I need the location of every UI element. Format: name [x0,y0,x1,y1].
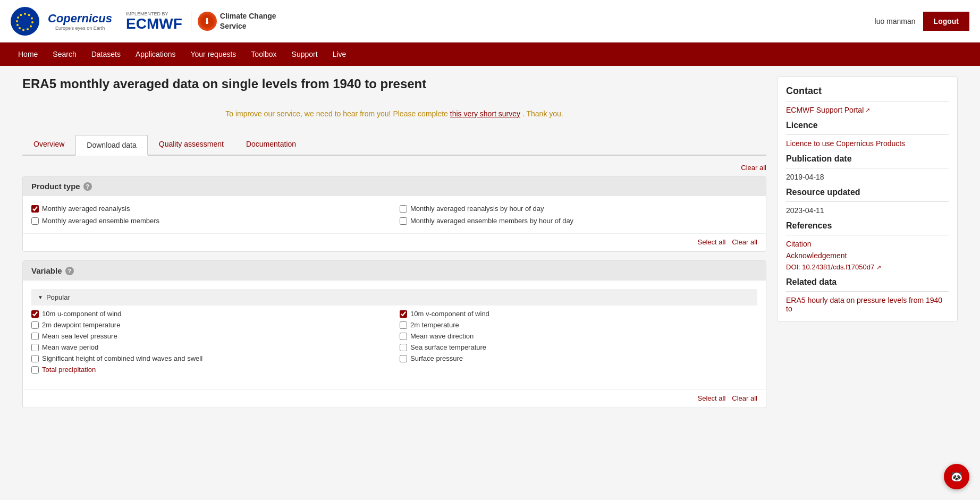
checkbox-2m-dewpoint-input[interactable] [31,321,39,329]
product-type-select-all[interactable]: Select all [698,238,726,246]
licence-title: Licence [786,121,949,130]
checkbox-mean-wave-dir-input[interactable] [400,333,407,340]
nav-search[interactable]: Search [45,44,83,65]
nav-support[interactable]: Support [284,44,325,65]
checkbox-total-precip[interactable]: Total precipitation [31,366,389,374]
main-content: ERA5 monthly averaged data on single lev… [22,77,766,417]
checkbox-10m-v-wind[interactable]: 10m v-component of wind [400,310,757,318]
popular-arrow-icon: ▼ [38,294,43,300]
external-link-icon: ↗ [865,107,870,114]
nav-live[interactable]: Live [325,44,354,65]
logos-container: Copernicus Europe's eyes on Earth IMPLEM… [11,7,276,36]
checkbox-mean-sea-level[interactable]: Mean sea level pressure [31,332,389,340]
tab-overview[interactable]: Overview [22,134,75,155]
publication-date-value: 2019-04-18 [786,173,949,181]
tab-quality-assessment[interactable]: Quality assessment [148,134,235,155]
popular-label: Popular [46,293,70,301]
doi-link[interactable]: DOI: 10.24381/cds.f17050d7 ↗ [786,263,949,271]
checkbox-monthly-avg-reanalysis-input[interactable] [31,205,39,213]
climate-logo: 🌡 Climate ChangeService [191,11,276,30]
checkbox-monthly-avg-ensemble-input[interactable] [31,217,39,225]
checkbox-2m-temp-input[interactable] [400,321,407,329]
svg-point-10 [16,20,18,22]
checkbox-10m-u-wind[interactable]: 10m u-component of wind [31,310,389,318]
contact-divider [786,101,949,101]
survey-banner: To improve our service, we need to hear … [22,102,766,125]
checkbox-significant-height-input[interactable] [31,355,39,362]
checkbox-monthly-avg-ensemble-hour[interactable]: Monthly averaged ensemble members by hou… [400,217,757,225]
licence-link[interactable]: Licence to use Copernicus Products [786,139,949,148]
checkbox-significant-height[interactable]: Significant height of combined wind wave… [31,354,389,362]
checkbox-2m-temp[interactable]: 2m temperature [400,321,757,329]
survey-text-2: . Thank you. [522,109,563,118]
ecmwf-support-link[interactable]: ECMWF Support Portal ↗ [786,106,949,114]
checkbox-monthly-avg-ensemble[interactable]: Monthly averaged ensemble members [31,217,389,225]
checkbox-surface-pressure[interactable]: Surface pressure [400,354,757,362]
related-data-link[interactable]: ERA5 hourly data on pressure levels from… [786,296,949,313]
publication-date-divider [786,168,949,168]
checkbox-mean-wave-dir[interactable]: Mean wave direction [400,332,757,340]
svg-point-4 [31,21,33,23]
svg-point-3 [31,17,33,19]
product-type-clear-all[interactable]: Clear all [732,238,757,246]
references-divider [786,235,949,235]
header: Copernicus Europe's eyes on Earth IMPLEM… [0,0,980,43]
resource-updated-divider [786,201,949,202]
variable-right-column: 10m v-component of wind 2m temperature M… [400,310,757,377]
related-data-divider [786,291,949,292]
nav-bar: Home Search Datasets Applications Your r… [0,43,980,66]
svg-point-8 [19,27,21,29]
checkbox-10m-v-wind-input[interactable] [400,310,407,318]
variable-help-icon[interactable]: ? [65,267,74,275]
licence-divider [786,134,949,135]
checkbox-total-precip-input[interactable] [31,366,39,374]
nav-home[interactable]: Home [11,44,45,65]
product-type-checkboxes: Monthly averaged reanalysis Monthly aver… [31,205,757,225]
product-type-help-icon[interactable]: ? [83,182,92,191]
popular-subsection-header[interactable]: ▼ Popular [31,289,757,306]
survey-text-1: To improve our service, we need to hear … [225,109,450,118]
doi-label: DOI: 10.24381/cds.f17050d7 [786,263,874,271]
logout-button[interactable]: Logout [923,12,969,31]
svg-point-5 [30,25,32,27]
checkbox-mean-sea-level-input[interactable] [31,333,39,340]
variable-body: ▼ Popular 10m u-component of wind 2m dew… [23,281,766,389]
variable-section: Variable ? ▼ Popular 10m u-component of … [22,260,766,408]
checkbox-10m-u-wind-input[interactable] [31,310,39,318]
checkbox-surface-pressure-input[interactable] [400,355,407,362]
copernicus-text: Copernicus [48,12,112,26]
variable-header: Variable ? [23,261,766,281]
checkbox-mean-wave-period[interactable]: Mean wave period [31,343,389,351]
eu-logo [11,7,39,36]
nav-applications[interactable]: Applications [128,44,183,65]
resource-updated-value: 2023-04-11 [786,206,949,215]
variable-select-all[interactable]: Select all [698,394,726,402]
variable-clear-all[interactable]: Clear all [732,394,757,402]
citation-link[interactable]: Citation [786,240,949,248]
nav-your-requests[interactable]: Your requests [183,44,243,65]
doi-external-icon: ↗ [876,264,881,270]
right-sidebar: Contact ECMWF Support Portal ↗ Licence L… [777,77,958,417]
product-type-body: Monthly averaged reanalysis Monthly aver… [23,196,766,233]
climate-text: Climate ChangeService [220,11,276,30]
checkbox-sea-surface-temp-input[interactable] [400,344,407,351]
tab-download-data[interactable]: Download data [75,135,147,156]
checkbox-2m-dewpoint[interactable]: 2m dewpoint temperature [31,321,389,329]
checkbox-monthly-avg-reanalysis-hour-input[interactable] [400,205,407,213]
svg-point-11 [17,16,19,19]
checkbox-monthly-avg-reanalysis[interactable]: Monthly averaged reanalysis [31,205,389,213]
tab-documentation[interactable]: Documentation [235,134,307,155]
variable-actions: Select all Clear all [23,389,766,408]
acknowledgement-link[interactable]: Acknowledgement [786,251,949,260]
product-type-actions: Select all Clear all [23,233,766,251]
checkbox-monthly-avg-ensemble-hour-input[interactable] [400,217,407,225]
checkbox-mean-wave-period-input[interactable] [31,344,39,351]
related-data-title: Related data [786,277,949,287]
survey-link[interactable]: this very short survey [450,109,520,118]
checkbox-monthly-avg-reanalysis-hour[interactable]: Monthly averaged reanalysis by hour of d… [400,205,757,213]
nav-toolbox[interactable]: Toolbox [243,44,284,65]
top-clear-all-link[interactable]: Clear all [741,164,766,172]
checkbox-sea-surface-temp[interactable]: Sea surface temperature [400,343,757,351]
nav-datasets[interactable]: Datasets [84,44,128,65]
ecmwf-text: ECMWF [126,16,182,31]
